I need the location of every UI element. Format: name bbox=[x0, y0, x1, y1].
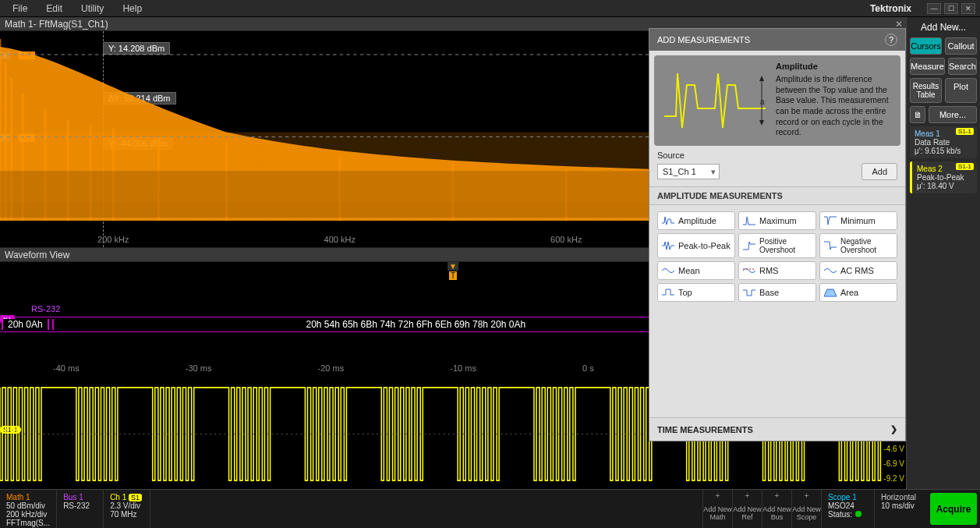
meas-rms[interactable]: RMS bbox=[738, 261, 816, 280]
ch1-box[interactable]: Ch 1 S1 2.3 V/div 70 MHz bbox=[104, 490, 150, 528]
menu-edit[interactable]: Edit bbox=[38, 2, 70, 16]
status-dot-icon bbox=[855, 511, 861, 517]
horiz-box[interactable]: Horizontal 10 ms/div bbox=[874, 490, 927, 528]
note-icon[interactable]: 🗎 bbox=[910, 106, 925, 123]
math-box[interactable]: Math 1 50 dBm/div 200 kHz/div FFTmag(S..… bbox=[0, 490, 57, 528]
label: RS-232 bbox=[63, 501, 97, 510]
callout-button[interactable]: Callout bbox=[945, 37, 977, 55]
panel-header: ADD MEASUREMENTS ? bbox=[649, 29, 905, 51]
tick: -30 ms bbox=[186, 363, 212, 373]
preview-desc: Amplitude is the difference between the … bbox=[776, 74, 894, 138]
add-math-button[interactable]: Add New Math bbox=[702, 490, 732, 528]
label: Scope 1 bbox=[828, 493, 868, 501]
tick: -6.9 V bbox=[883, 459, 904, 468]
label: 10 ms/div bbox=[881, 501, 921, 510]
sidebar-title: Add New... bbox=[910, 20, 977, 34]
source-label: Source bbox=[649, 151, 905, 160]
panel-title: ADD MEASUREMENTS bbox=[657, 35, 750, 44]
trigger-t-icon[interactable]: T bbox=[449, 271, 457, 280]
cursors-button[interactable]: Cursors bbox=[910, 37, 942, 55]
badge: S1 bbox=[129, 494, 142, 501]
bus-seg: 20h 0Ah bbox=[2, 319, 49, 330]
label: 70 MHz bbox=[110, 510, 143, 519]
meas-top[interactable]: Top bbox=[657, 283, 735, 302]
meas-area[interactable]: Area bbox=[819, 283, 897, 302]
meas2-box[interactable]: S1-1 Meas 2 Peak-to-Peak μ': 18.40 V bbox=[910, 161, 977, 193]
preview-name: Amplitude bbox=[776, 62, 894, 71]
bottom-bar: Math 1 50 dBm/div 200 kHz/div FFTmag(S..… bbox=[0, 489, 980, 528]
add-measurements-panel: ADD MEASUREMENTS ? a Amplitude Amplitude… bbox=[649, 28, 906, 441]
tick: -4.6 V bbox=[883, 445, 904, 453]
label: Horizontal bbox=[881, 493, 921, 501]
time-section[interactable]: TIME MEASUREMENTS ❯ bbox=[649, 417, 905, 441]
meas-line: μ': 18.40 V bbox=[917, 182, 972, 190]
meas-neg-over[interactable]: Negative Overshoot bbox=[819, 233, 897, 258]
fft-title: Math 1- FftMag(S1_Ch1) bbox=[5, 19, 108, 30]
time-title: TIME MEASUREMENTS bbox=[657, 425, 753, 434]
right-sidebar: Add New... Cursors Callout Measure Searc… bbox=[906, 17, 980, 489]
menu-utility[interactable]: Utility bbox=[73, 2, 111, 16]
amp-grid: Amplitude Maximum Minimum Peak-to-Peak P… bbox=[649, 205, 905, 308]
badge: S1-1 bbox=[956, 128, 974, 135]
tick: 0 s bbox=[582, 363, 594, 373]
meas-pos-over[interactable]: Positive Overshoot bbox=[738, 233, 816, 258]
add-button[interactable]: Add bbox=[861, 163, 897, 180]
meas-pkpk[interactable]: Peak-to-Peak bbox=[657, 233, 735, 258]
meas-line: Peak-to-Peak bbox=[917, 173, 972, 182]
chevron-right-icon: ❯ bbox=[890, 424, 897, 434]
panel-preview: a Amplitude Amplitude is the difference … bbox=[654, 55, 900, 146]
meas-line: μ': 9.615 kb/s bbox=[915, 147, 972, 155]
minimize-button[interactable]: — bbox=[927, 3, 941, 14]
plot-button[interactable]: Plot bbox=[945, 78, 977, 103]
help-icon[interactable]: ? bbox=[885, 34, 897, 46]
close-button[interactable]: ✕ bbox=[961, 3, 975, 14]
meas-acrms[interactable]: AC RMS bbox=[819, 261, 897, 280]
label: Bus 1 bbox=[63, 493, 97, 501]
label: Status: bbox=[828, 510, 852, 519]
measure-button[interactable]: Measure bbox=[910, 58, 945, 75]
more-button[interactable]: More... bbox=[929, 106, 977, 123]
tick: 200 kHz bbox=[97, 235, 129, 244]
label: FFTmag(S... bbox=[6, 519, 50, 527]
meas1-box[interactable]: S1-1 Meas 1 Data Rate μ': 9.615 kb/s bbox=[910, 126, 977, 158]
meas-mean[interactable]: Mean bbox=[657, 261, 735, 280]
label: MSO24 bbox=[828, 501, 868, 510]
amp-section-title: AMPLITUDE MEASUREMENTS bbox=[649, 186, 905, 205]
tick: -10 ms bbox=[450, 363, 476, 373]
search-button[interactable]: Search bbox=[948, 58, 977, 75]
source-select[interactable]: S1_Ch 1 bbox=[657, 164, 720, 179]
label: 200 kHz/div bbox=[6, 510, 50, 519]
brand: Tektronix bbox=[870, 3, 919, 14]
tick: 600 kHz bbox=[550, 235, 582, 244]
maximize-button[interactable]: ☐ bbox=[944, 3, 958, 14]
menubar: File Edit Utility Help Tektronix — ☐ ✕ bbox=[0, 0, 980, 17]
add-ref-button[interactable]: Add New Ref bbox=[732, 490, 762, 528]
meas-line: Data Rate bbox=[915, 138, 972, 147]
acquire-button[interactable]: Acquire bbox=[930, 493, 977, 525]
svg-text:a: a bbox=[760, 97, 765, 106]
scope-box[interactable]: Scope 1 MSO24 Status: bbox=[821, 490, 874, 528]
meas-base[interactable]: Base bbox=[738, 283, 816, 302]
label: 2.3 V/div bbox=[110, 501, 143, 510]
tick: -20 ms bbox=[318, 363, 345, 373]
label: Ch 1 bbox=[110, 493, 126, 501]
tick: -9.2 V bbox=[883, 474, 904, 483]
tick: 400 kHz bbox=[324, 235, 356, 244]
menu-file[interactable]: File bbox=[5, 2, 35, 16]
results-button[interactable]: Results Table bbox=[910, 78, 942, 103]
meas-maximum[interactable]: Maximum bbox=[738, 211, 816, 230]
bus-box[interactable]: Bus 1 RS-232 bbox=[57, 490, 104, 528]
menu-help[interactable]: Help bbox=[115, 2, 150, 16]
meas-minimum[interactable]: Minimum bbox=[819, 211, 897, 230]
badge: S1-1 bbox=[956, 163, 974, 170]
add-scope-button[interactable]: Add New Scope bbox=[791, 490, 821, 528]
add-bus-button[interactable]: Add New Bus bbox=[762, 490, 791, 528]
trigger-marker[interactable]: ▼ bbox=[448, 262, 458, 271]
waveform-title: Waveform View bbox=[5, 250, 69, 260]
tick: -40 ms bbox=[53, 363, 80, 373]
protocol-label: RS-232 bbox=[31, 304, 60, 314]
meas-amplitude[interactable]: Amplitude bbox=[657, 211, 735, 230]
amplitude-icon: a bbox=[660, 62, 769, 140]
label: 50 dBm/div bbox=[6, 501, 50, 510]
label: Math 1 bbox=[6, 493, 50, 501]
